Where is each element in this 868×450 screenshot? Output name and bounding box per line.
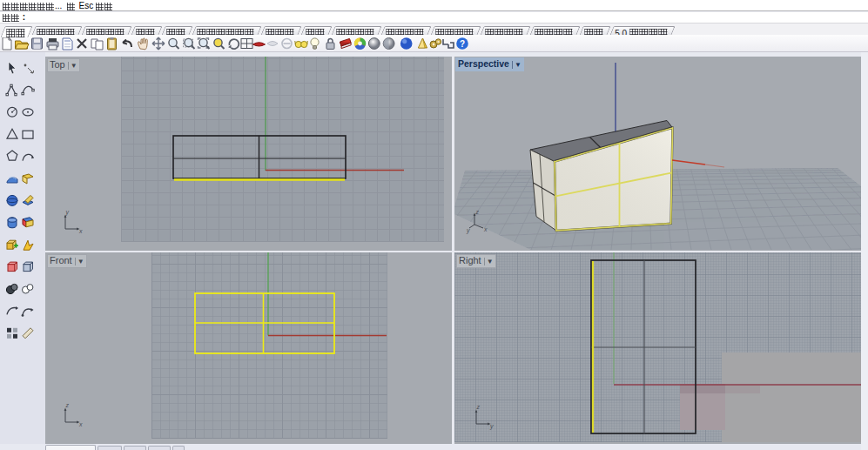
svg-text:x: x	[78, 421, 83, 427]
svg-text:y: y	[65, 209, 70, 216]
svg-text:x: x	[78, 228, 83, 234]
svg-text:y: y	[466, 227, 470, 234]
svg-text:x: x	[483, 226, 488, 232]
svg-text:?: ?	[460, 39, 465, 49]
svg-text:z: z	[65, 402, 70, 408]
svg-text:z: z	[475, 209, 480, 215]
svg-text:y: y	[489, 423, 494, 430]
svg-text:z: z	[476, 404, 481, 410]
